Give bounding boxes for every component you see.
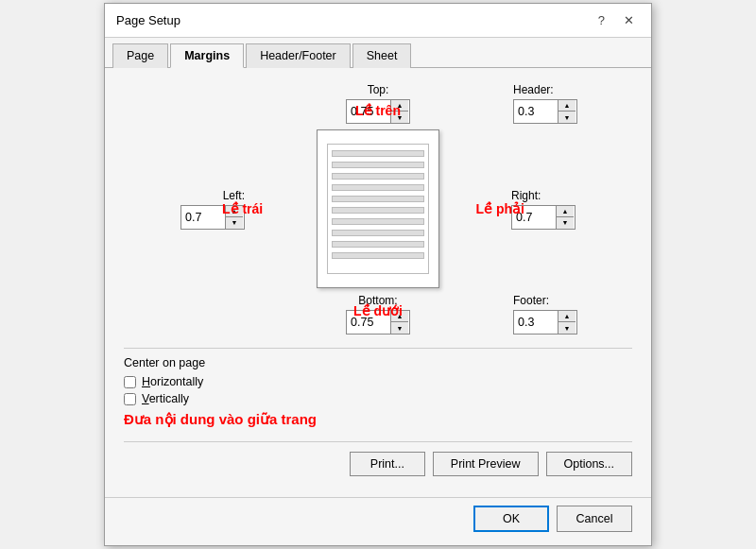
- cancel-button[interactable]: Cancel: [557, 506, 632, 532]
- annotation-bottom: Lề dưới: [353, 303, 403, 318]
- horizontally-checkbox[interactable]: [124, 376, 136, 388]
- page-preview: [317, 129, 439, 288]
- table-line-9: [332, 241, 424, 248]
- right-spin-up[interactable]: ▲: [557, 206, 574, 217]
- vertically-label: Vertically: [142, 392, 189, 405]
- tab-sheet[interactable]: Sheet: [352, 43, 412, 68]
- table-line-5: [332, 196, 424, 202]
- footer-spinner: ▲ ▼: [513, 310, 577, 335]
- annotation-center: Đưa nội dung vào giữa trang: [124, 411, 632, 428]
- footer-input[interactable]: [514, 313, 558, 332]
- table-line-1: [332, 150, 424, 157]
- annotation-right: Lề phải: [476, 201, 524, 216]
- ok-button[interactable]: OK: [473, 506, 549, 532]
- page-setup-dialog: Page Setup ? ✕ Page Margins Header/Foote…: [104, 3, 652, 546]
- vertically-checkbox[interactable]: [124, 393, 136, 405]
- right-label: Right:: [511, 189, 541, 202]
- header-area: Header: ▲ ▼: [494, 83, 577, 129]
- footer-label: Footer:: [513, 294, 549, 307]
- footer-spin-up[interactable]: ▲: [558, 311, 576, 322]
- table-line-6: [332, 207, 424, 214]
- print-preview-button[interactable]: Print Preview: [433, 452, 539, 476]
- table-line-3: [332, 173, 424, 180]
- table-line-10: [332, 252, 424, 259]
- top-label: Top:: [368, 83, 389, 96]
- horizontally-row: Horizontally: [124, 375, 632, 388]
- title-bar: Page Setup ? ✕: [105, 4, 651, 38]
- vertically-row: Vertically: [124, 392, 632, 405]
- header-label: Header:: [513, 83, 554, 96]
- annotation-top: Lề trên: [355, 103, 401, 118]
- footer-area: Footer: ▲ ▼: [494, 288, 577, 335]
- right-spin-down[interactable]: ▼: [557, 217, 574, 229]
- page-preview-area: Lề trên Lề trái Lề phải Lề dưới: [317, 129, 439, 288]
- table-line-2: [332, 162, 424, 168]
- table-line-7: [332, 218, 424, 225]
- left-input[interactable]: [181, 208, 225, 227]
- center-on-page-section: Center on page Horizontally Vertically Đ…: [124, 348, 632, 428]
- margin-layout: Top: ▲ ▼ Header: ▲ ▼: [124, 83, 632, 335]
- ok-cancel-row: OK Cancel: [105, 497, 651, 545]
- options-button[interactable]: Options...: [546, 452, 633, 476]
- action-buttons: Print... Print Preview Options...: [124, 441, 632, 476]
- table-lines: [328, 145, 428, 265]
- table-line-4: [332, 184, 424, 191]
- footer-spin-down[interactable]: ▼: [558, 322, 576, 334]
- center-on-page-label: Center on page: [124, 356, 632, 369]
- print-button[interactable]: Print...: [350, 452, 425, 476]
- close-button[interactable]: ✕: [618, 11, 640, 29]
- header-spin-up[interactable]: ▲: [558, 100, 576, 112]
- title-controls: ? ✕: [593, 11, 640, 29]
- header-input[interactable]: [514, 102, 558, 121]
- left-spin-down[interactable]: ▼: [226, 217, 243, 229]
- page-inner: [327, 144, 429, 274]
- tab-page[interactable]: Page: [112, 43, 168, 68]
- dialog-title: Page Setup: [116, 13, 180, 27]
- bottom-spin-down[interactable]: ▼: [391, 322, 408, 334]
- header-spinner: ▲ ▼: [513, 99, 577, 124]
- annotation-left: Lề trái: [222, 201, 263, 216]
- help-button[interactable]: ?: [593, 11, 610, 29]
- tab-bar: Page Margins Header/Footer Sheet: [105, 38, 651, 68]
- tab-header-footer[interactable]: Header/Footer: [246, 43, 351, 68]
- horizontally-label: Horizontally: [142, 375, 203, 388]
- header-spin-down[interactable]: ▼: [558, 112, 576, 123]
- tab-margins[interactable]: Margins: [170, 43, 244, 68]
- tab-content: Top: ▲ ▼ Header: ▲ ▼: [105, 68, 651, 488]
- table-line-8: [332, 230, 424, 236]
- left-label: Left:: [223, 189, 245, 202]
